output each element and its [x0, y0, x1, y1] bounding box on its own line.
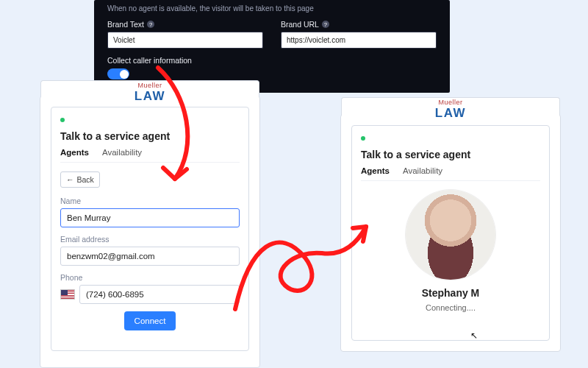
status-dot-icon [361, 136, 365, 141]
brand-logo: Mueller LAW [341, 99, 560, 121]
brand-text-input[interactable] [107, 32, 263, 49]
email-input[interactable] [60, 247, 240, 266]
brand-text-label: Brand Text ? [107, 20, 263, 29]
connecting-widget: Mueller LAW Talk to a service agent Agen… [340, 114, 561, 352]
name-label: Name [60, 197, 240, 205]
brand-url-input[interactable] [281, 32, 437, 49]
brand-url-label: Brand URL ? [281, 20, 437, 29]
arrow-left-icon: ← [66, 175, 74, 184]
tab-agents[interactable]: Agents [60, 148, 89, 157]
help-icon[interactable]: ? [147, 21, 154, 28]
tab-availability[interactable]: Availability [403, 166, 442, 175]
widget-title: Talk to a service agent [361, 149, 540, 160]
collect-caller-info-label: Collect caller information [107, 56, 437, 65]
email-label: Email address [60, 235, 240, 244]
flag-us-icon[interactable] [60, 289, 75, 300]
tab-availability[interactable]: Availability [102, 148, 142, 157]
widget-title: Talk to a service agent [60, 130, 240, 142]
status-dot-icon [60, 118, 65, 122]
caller-info-widget: Mueller LAW Talk to a service agent Agen… [40, 96, 260, 368]
back-button[interactable]: ← Back [60, 171, 100, 188]
phone-label: Phone [60, 273, 240, 282]
connect-button[interactable]: Connect [124, 311, 176, 330]
connecting-status: Connecting.... [361, 303, 540, 312]
collect-caller-info-toggle[interactable] [107, 68, 129, 79]
agent-name: Stephany M [361, 287, 540, 299]
settings-panel: When no agent is available, the visitor … [94, 0, 450, 93]
agent-avatar [406, 190, 495, 280]
help-icon[interactable]: ? [322, 21, 329, 28]
settings-hint: When no agent is available, the visitor … [107, 0, 437, 20]
cursor-icon: ↖ [470, 330, 478, 341]
brand-logo: Mueller LAW [40, 82, 259, 104]
phone-input[interactable] [79, 285, 240, 304]
name-input[interactable] [60, 208, 240, 227]
tab-agents[interactable]: Agents [361, 166, 390, 175]
